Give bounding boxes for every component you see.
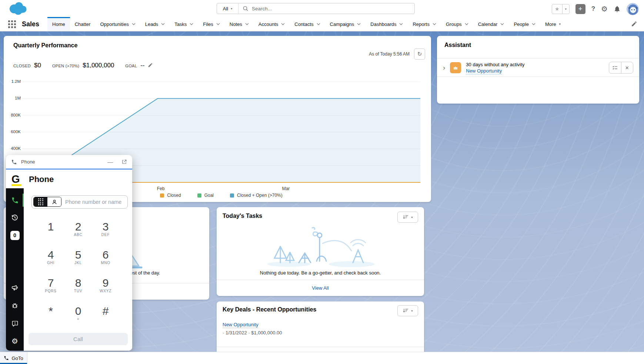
goto-logo: G <box>11 174 23 185</box>
search-input[interactable] <box>252 6 414 11</box>
salesforce-logo[interactable] <box>7 1 28 16</box>
global-actions-button[interactable]: + <box>575 4 585 14</box>
dialpad-key-9[interactable]: 9WXYZ <box>92 271 119 299</box>
chevron-down-icon <box>281 23 285 25</box>
keypad-mode-icon[interactable] <box>34 197 47 206</box>
dialer-phone-icon[interactable] <box>6 192 24 208</box>
dialpad-key-6[interactable]: 6MNO <box>92 243 119 271</box>
phone-window-title: Phone <box>21 159 103 165</box>
call-button[interactable]: Call <box>29 333 128 345</box>
goal-label: GOAL <box>125 64 137 68</box>
popout-icon[interactable] <box>121 159 127 165</box>
refresh-icon[interactable]: ↻ <box>414 48 425 60</box>
dialpad-key-5[interactable]: 5JKL <box>64 243 92 271</box>
bug-report-icon[interactable] <box>6 297 24 314</box>
phone-sidebar-rail: 0 <box>6 188 24 351</box>
deals-sort-dropdown[interactable]: ▾ <box>397 305 418 316</box>
new-opportunity-link[interactable]: New Opportunity <box>466 68 502 74</box>
phone-number-input[interactable] <box>65 196 124 208</box>
tab-dashboards[interactable]: Dashboards <box>366 17 408 31</box>
tab-tasks[interactable]: Tasks <box>170 17 198 31</box>
goto-label: GoTo <box>11 355 23 361</box>
tab-accounts[interactable]: Accounts <box>254 17 290 31</box>
phone-settings-gear-icon[interactable]: ⚙ <box>6 333 24 349</box>
card-title: Today's Tasks <box>223 213 262 219</box>
tasks-sort-dropdown[interactable]: ▾ <box>397 212 418 223</box>
tab-people[interactable]: People <box>509 17 540 31</box>
tab-more[interactable]: More ▾ <box>540 17 565 31</box>
phone-icon <box>11 159 17 165</box>
favorites-button-group: ★ ▾ <box>552 4 570 14</box>
dialpad-key-0[interactable]: 0+ <box>64 299 92 327</box>
legend-item-closed-open: Closed + Open (>70%) <box>230 193 283 198</box>
chevron-down-icon <box>399 23 403 25</box>
call-history-icon[interactable] <box>6 209 24 226</box>
tab-chatter[interactable]: Chatter <box>70 17 96 31</box>
deal-opportunity-link[interactable]: New Opportunity <box>223 322 258 328</box>
chevron-down-icon <box>216 23 220 25</box>
tasks-empty-message: Nothing due today. Be a go-getter, and c… <box>217 270 424 276</box>
search-scope-dropdown[interactable]: All ▾ <box>217 3 238 14</box>
caret-down-icon: ▾ <box>559 22 561 26</box>
caret-down-icon: ▾ <box>411 216 413 219</box>
feedback-icon[interactable] <box>6 315 24 331</box>
y-axis-tick: 1.2M <box>4 79 21 84</box>
edit-goal-pencil-icon[interactable] <box>148 63 153 68</box>
tab-contacts[interactable]: Contacts <box>290 17 325 31</box>
dialpad-key-pound[interactable]: # <box>92 299 119 327</box>
chevron-down-icon <box>465 23 468 25</box>
tab-files[interactable]: Files <box>198 17 224 31</box>
mark-complete-checklist-icon[interactable] <box>609 62 621 73</box>
search-icon <box>243 6 248 11</box>
tab-home[interactable]: Home <box>47 17 70 31</box>
dialpad-key-8[interactable]: 8TUV <box>64 271 92 299</box>
tab-groups[interactable]: Groups <box>441 17 473 31</box>
voicemail-count-badge[interactable]: 0 <box>6 227 24 243</box>
close-icon[interactable]: ✕ <box>621 62 633 73</box>
dialpad-key-2[interactable]: 2ABC <box>64 215 92 243</box>
contact-mode-icon[interactable] <box>47 197 61 206</box>
favorites-dropdown[interactable]: ▾ <box>563 4 569 14</box>
open-value: $1,000,000 <box>83 62 114 69</box>
help-icon[interactable]: ? <box>591 5 595 13</box>
minimize-icon[interactable]: — <box>107 159 113 165</box>
opportunity-crown-icon <box>450 62 461 73</box>
chevron-right-icon[interactable]: › <box>443 64 445 71</box>
y-axis-tick: 800K <box>4 113 21 117</box>
favorites-star-icon[interactable]: ★ <box>552 4 563 14</box>
dialpad-key-1[interactable]: 1 <box>37 215 64 243</box>
tab-opportunities[interactable]: Opportunities <box>95 17 140 31</box>
tab-calendar[interactable]: Calendar <box>473 17 509 31</box>
tab-leads[interactable]: Leads <box>140 17 170 31</box>
phone-icon <box>4 355 9 361</box>
chevron-down-icon <box>161 23 165 25</box>
dialpad-key-3[interactable]: 3DEF <box>92 215 119 243</box>
notifications-bell-icon[interactable] <box>614 6 621 13</box>
header-actions: ★ ▾ + ? ⚙ <box>552 3 639 15</box>
goto-utility-item[interactable]: GoTo <box>0 352 27 364</box>
closed-label: CLOSED <box>13 64 31 68</box>
dialpad-key-7[interactable]: 7PQRS <box>37 271 64 299</box>
dialpad-key-star[interactable]: * <box>37 299 64 327</box>
salesforce-app: All ▾ ★ ▾ + ? ⚙ <box>0 0 644 364</box>
user-avatar[interactable] <box>627 3 639 15</box>
tab-campaigns[interactable]: Campaigns <box>325 17 366 31</box>
dialpad-key-4[interactable]: 4GHI <box>37 243 64 271</box>
x-axis-tick: Mar <box>282 186 290 191</box>
phone-popup-header: Phone — <box>6 155 132 169</box>
chevron-down-icon <box>500 23 504 25</box>
chevron-down-icon <box>433 23 436 25</box>
dial-mode-toggle <box>33 197 61 207</box>
legend-item-closed: Closed <box>160 193 181 198</box>
dialer-panel: 1 2ABC 3DEF 4GHI 5JKL 6MNO 7PQRS 8TUV 9W… <box>24 188 132 351</box>
edit-navigation-pencil-icon[interactable] <box>631 21 637 27</box>
assistant-item-actions: ✕ <box>609 62 633 74</box>
announcements-megaphone-icon[interactable] <box>6 280 24 296</box>
tab-reports[interactable]: Reports <box>408 17 441 31</box>
setup-gear-icon[interactable]: ⚙ <box>601 4 608 13</box>
tasks-view-all-link[interactable]: View All <box>217 280 424 296</box>
tab-notes[interactable]: Notes <box>225 17 254 31</box>
app-launcher-icon[interactable] <box>8 20 16 28</box>
search-scope-label: All <box>223 6 228 11</box>
app-navigation-bar: Sales Home Chatter Opportunities Leads T… <box>0 17 644 31</box>
